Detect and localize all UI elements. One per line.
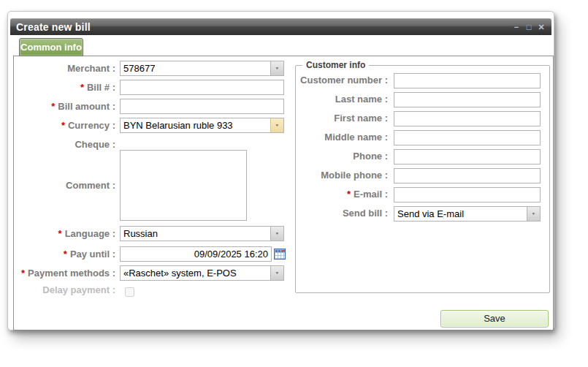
chevron-down-icon: ▼ [531,212,535,216]
currency-label: *Currency : [13,118,115,133]
payment-methods-value: «Raschet» system, E-POS [121,266,283,280]
mobile-phone-field[interactable] [394,168,541,184]
delay-payment-label: Delay payment : [13,282,115,298]
phone-label: Phone : [296,149,388,164]
window-title: Create new bill [10,21,91,33]
send-bill-dropdown-trigger[interactable]: ▼ [527,207,540,221]
chevron-down-icon: ▼ [275,124,279,127]
page-background: Create new bill − □ ✕ Common info Mercha… [0,0,588,367]
window-titlebar[interactable]: Create new bill − □ ✕ [10,18,551,35]
mobile-phone-label: Mobile phone : [296,168,388,183]
email-input[interactable] [394,187,541,203]
middle-name-field[interactable] [394,130,541,145]
pay-until-field[interactable]: 09/09/2025 16:20 [120,246,272,262]
phone-input[interactable] [394,149,541,164]
language-dropdown-trigger[interactable]: ▼ [270,227,283,241]
chevron-down-icon: ▼ [275,232,279,235]
payment-methods-label: *Payment methods : [13,265,115,281]
comment-textarea[interactable] [120,150,247,221]
language-value: Russian [121,227,283,241]
bill-number-label: *Bill # : [13,80,115,95]
bill-number-field[interactable] [120,80,284,95]
chevron-down-icon: ▼ [275,67,279,70]
customer-number-field[interactable] [394,73,541,88]
create-new-bill-window: Create new bill − □ ✕ Common info Mercha… [7,11,554,330]
save-button[interactable]: Save [440,310,549,328]
customer-number-input[interactable] [394,73,541,88]
bill-amount-input[interactable] [120,99,284,114]
bill-amount-label: *Bill amount : [13,99,115,114]
last-name-label: Last name : [296,92,388,107]
currency-value: BYN Belarusian ruble 933 [121,118,283,132]
send-bill-select[interactable]: Send via E-mail ▼ [394,206,541,222]
chevron-down-icon: ▼ [275,271,279,275]
customer-info-legend: Customer info [302,60,369,70]
close-icon[interactable]: ✕ [537,22,546,32]
bill-number-input[interactable] [120,80,284,95]
first-name-field[interactable] [394,111,541,126]
middle-name-input[interactable] [394,130,541,145]
merchant-label: Merchant : [13,61,115,76]
window-controls: − □ ✕ [512,22,551,32]
tab-common-info[interactable]: Common info [19,38,83,56]
pay-until-label: *Pay until : [13,246,115,262]
mobile-phone-input[interactable] [394,168,541,184]
merchant-select[interactable]: 578677 ▼ [120,61,284,76]
last-name-field[interactable] [394,92,541,107]
customer-info-fieldset: Customer info Customer number : Last nam… [295,65,550,293]
comment-label: Comment : [13,178,115,193]
bill-amount-field[interactable] [120,99,284,114]
maximize-icon[interactable]: □ [524,22,533,32]
merchant-dropdown-trigger[interactable]: ▼ [270,61,283,75]
delay-payment-checkbox [125,287,134,297]
first-name-label: First name : [296,111,388,126]
last-name-input[interactable] [394,92,541,107]
currency-dropdown-trigger[interactable]: ▼ [270,118,283,132]
customer-number-label: Customer number : [296,73,388,88]
pay-until-value[interactable]: 09/09/2025 16:20 [120,246,272,262]
payment-methods-select[interactable]: «Raschet» system, E-POS ▼ [120,265,284,281]
cheque-label: Cheque : [13,137,115,152]
send-bill-label: Send bill : [296,206,388,221]
payment-methods-dropdown-trigger[interactable]: ▼ [270,266,283,280]
first-name-input[interactable] [394,111,541,126]
currency-select[interactable]: BYN Belarusian ruble 933 ▼ [120,118,284,133]
minimize-icon[interactable]: − [512,22,521,32]
email-field[interactable] [394,187,541,203]
tab-label: Common info [20,42,82,53]
phone-field[interactable] [394,149,541,164]
language-select[interactable]: Russian ▼ [120,226,284,241]
middle-name-label: Middle name : [296,130,388,145]
language-label: *Language : [13,226,115,241]
merchant-value: 578677 [121,61,283,75]
send-bill-value: Send via E-mail [394,207,540,221]
calendar-icon[interactable] [274,249,286,260]
email-label: *E-mail : [296,187,388,202]
